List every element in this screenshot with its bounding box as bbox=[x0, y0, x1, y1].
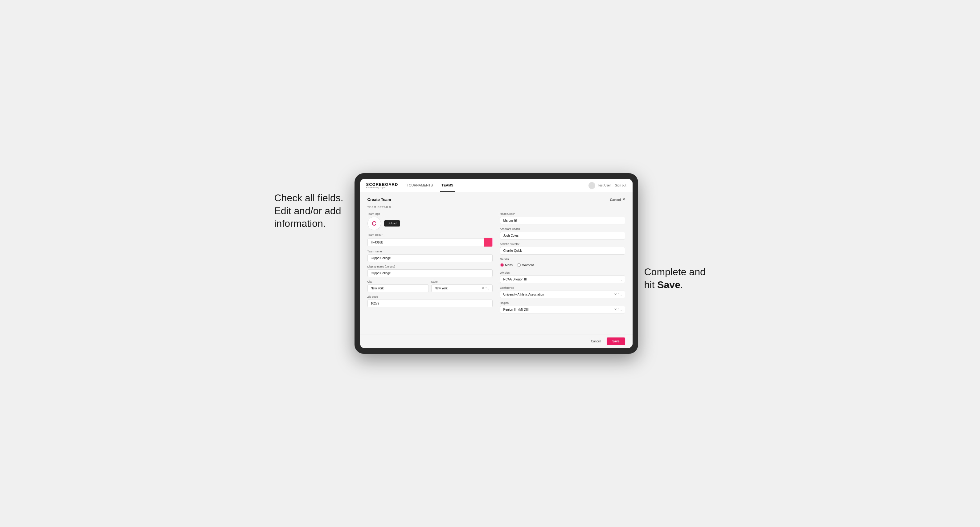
cancel-top-label: Cancel bbox=[610, 198, 621, 202]
tablet-device: SCOREBOARD Powered by clippd TOURNAMENTS… bbox=[355, 173, 638, 354]
region-label: Region bbox=[500, 302, 625, 305]
division-select-wrapper: NCAA Division III ⌄ bbox=[500, 276, 625, 283]
page-container: Check all fields. Edit and/or add inform… bbox=[274, 173, 706, 354]
form-left-column: Team logo C Upload Team colour bbox=[368, 212, 493, 313]
gender-group: Gender Mens Womens bbox=[500, 258, 625, 268]
conference-select[interactable]: University Athletic Association bbox=[500, 291, 614, 298]
division-label: Division bbox=[500, 271, 625, 274]
assistant-coach-input[interactable] bbox=[500, 232, 625, 240]
division-select[interactable]: NCAA Division III bbox=[500, 276, 625, 283]
colour-row bbox=[368, 238, 493, 247]
region-select-wrapper: Region II - (M) DIII ✕ ⌃⌄ bbox=[500, 306, 625, 313]
navbar-right: Test User | Sign out bbox=[589, 182, 626, 189]
gender-radio-group: Mens Womens bbox=[500, 262, 625, 268]
assistant-coach-group: Assistant Coach bbox=[500, 227, 625, 240]
display-name-input[interactable] bbox=[368, 269, 493, 277]
navbar-nav: TOURNAMENTS TEAMS bbox=[406, 179, 454, 192]
head-coach-label: Head Coach bbox=[500, 212, 625, 216]
colour-swatch[interactable] bbox=[484, 238, 493, 247]
head-coach-input[interactable] bbox=[500, 217, 625, 224]
logo-main-text: SCOREBOARD bbox=[366, 183, 398, 186]
conference-arrows-icon: ⌃⌄ bbox=[617, 293, 622, 296]
athletic-director-label: Athletic Director bbox=[500, 243, 625, 246]
city-group: City bbox=[368, 280, 429, 292]
gender-mens-radio[interactable] bbox=[500, 263, 504, 267]
colour-input[interactable] bbox=[368, 238, 484, 246]
main-content: Create Team Cancel ✕ TEAM DETAILS Team l… bbox=[360, 192, 633, 334]
conference-select-wrapper: University Athletic Association ✕ ⌃⌄ bbox=[500, 290, 625, 298]
gender-label: Gender bbox=[500, 258, 625, 261]
form-footer: Cancel Save bbox=[360, 334, 633, 348]
team-colour-label: Team colour bbox=[368, 233, 493, 237]
region-arrows-icon: ⌃⌄ bbox=[617, 308, 622, 311]
city-input[interactable] bbox=[368, 284, 429, 292]
page-title: Create Team bbox=[368, 197, 391, 202]
state-select-wrapper: New York ✕ ⌃⌄ bbox=[431, 284, 493, 292]
athletic-director-group: Athletic Director bbox=[500, 243, 625, 254]
conference-group: Conference University Athletic Associati… bbox=[500, 286, 625, 298]
gender-womens-text: Womens bbox=[522, 264, 534, 267]
region-group: Region Region II - (M) DIII ✕ ⌃⌄ bbox=[500, 302, 625, 313]
annotation-right-line2: hit Save. bbox=[644, 279, 683, 290]
gender-womens-radio[interactable] bbox=[517, 263, 521, 267]
user-label: Test User | bbox=[598, 184, 612, 187]
athletic-director-input[interactable] bbox=[500, 247, 625, 254]
city-label: City bbox=[368, 280, 429, 283]
zip-group: Zip code bbox=[368, 295, 493, 307]
section-header: TEAM DETAILS bbox=[368, 206, 625, 209]
navbar: SCOREBOARD Powered by clippd TOURNAMENTS… bbox=[360, 179, 633, 192]
logo-letter: C bbox=[372, 220, 376, 227]
annotation-line1: Check all fields. bbox=[274, 192, 344, 203]
team-colour-group: Team colour bbox=[368, 233, 493, 247]
tablet-screen: SCOREBOARD Powered by clippd TOURNAMENTS… bbox=[360, 179, 633, 348]
annotation-left: Check all fields. Edit and/or add inform… bbox=[274, 173, 355, 230]
annotation-right-line1: Complete and bbox=[644, 266, 706, 277]
nav-teams[interactable]: TEAMS bbox=[440, 179, 455, 192]
region-select[interactable]: Region II - (M) DIII bbox=[500, 306, 614, 313]
team-name-label: Team name bbox=[368, 250, 493, 253]
team-name-group: Team name bbox=[368, 250, 493, 262]
team-name-input[interactable] bbox=[368, 254, 493, 262]
team-logo-group: Team logo C Upload bbox=[368, 212, 493, 230]
cancel-top-button[interactable]: Cancel ✕ bbox=[610, 198, 625, 202]
state-arrows-icon: ⌃⌄ bbox=[485, 287, 490, 290]
conference-clear-icon[interactable]: ✕ bbox=[614, 292, 617, 297]
head-coach-group: Head Coach bbox=[500, 212, 625, 224]
display-name-group: Display name (unique) bbox=[368, 265, 493, 277]
annotation-right: Complete and hit Save. bbox=[638, 173, 706, 291]
sign-out-link[interactable]: Sign out bbox=[615, 184, 627, 187]
zip-label: Zip code bbox=[368, 295, 493, 298]
gender-mens-text: Mens bbox=[505, 264, 513, 267]
gender-womens-label[interactable]: Womens bbox=[517, 263, 534, 267]
display-name-label: Display name (unique) bbox=[368, 265, 493, 268]
user-avatar bbox=[589, 182, 595, 189]
conference-label: Conference bbox=[500, 286, 625, 289]
form-grid: Team logo C Upload Team colour bbox=[368, 212, 625, 313]
form-right-column: Head Coach Assistant Coach Athletic Dire… bbox=[500, 212, 625, 313]
close-icon: ✕ bbox=[622, 198, 625, 202]
logo-sub-text: Powered by clippd bbox=[366, 186, 398, 189]
state-label: State bbox=[431, 280, 493, 283]
logo-preview: C bbox=[368, 217, 381, 230]
annotation-line3: information. bbox=[274, 218, 326, 229]
annotation-line2: Edit and/or add bbox=[274, 205, 341, 216]
team-logo-label: Team logo bbox=[368, 212, 493, 216]
cancel-button[interactable]: Cancel bbox=[588, 338, 604, 345]
division-group: Division NCAA Division III ⌄ bbox=[500, 271, 625, 283]
page-title-row: Create Team Cancel ✕ bbox=[368, 197, 625, 202]
region-clear-icon[interactable]: ✕ bbox=[614, 308, 617, 311]
zip-input[interactable] bbox=[368, 300, 493, 307]
state-select[interactable]: New York bbox=[431, 285, 481, 292]
state-group: State New York ✕ ⌃⌄ bbox=[431, 280, 493, 292]
gender-mens-label[interactable]: Mens bbox=[500, 263, 513, 267]
state-clear-icon[interactable]: ✕ bbox=[481, 286, 485, 290]
nav-tournaments[interactable]: TOURNAMENTS bbox=[406, 179, 434, 192]
logo-row: C Upload bbox=[368, 217, 493, 230]
save-button[interactable]: Save bbox=[607, 338, 625, 345]
assistant-coach-label: Assistant Coach bbox=[500, 227, 625, 230]
app-logo: SCOREBOARD Powered by clippd bbox=[366, 183, 398, 189]
city-state-row: City State New York ✕ ⌃⌄ bbox=[368, 280, 493, 292]
upload-button[interactable]: Upload bbox=[384, 221, 401, 227]
